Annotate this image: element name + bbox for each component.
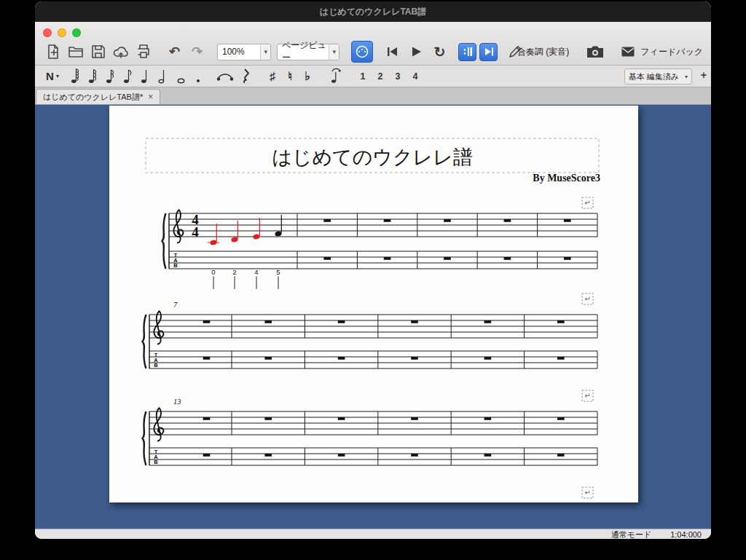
natural-button[interactable]: ♮ <box>281 67 299 86</box>
whole-rest[interactable] <box>504 219 511 222</box>
document-tab[interactable]: はじめてのウクレレTAB譜* × <box>36 89 160 104</box>
whole-rest[interactable] <box>484 417 492 420</box>
whole-rest[interactable] <box>557 357 565 360</box>
note[interactable] <box>253 218 260 240</box>
print-button[interactable] <box>133 42 153 62</box>
midi-input-toggle[interactable] <box>351 41 373 63</box>
whole-rest[interactable] <box>338 454 345 457</box>
rewind-button[interactable] <box>382 42 401 62</box>
view-mode-select[interactable]: ページビュー ▾ <box>277 44 339 60</box>
add-workspace-button[interactable]: + <box>701 69 707 81</box>
system[interactable]: TAB7 <box>143 301 598 368</box>
whole-rest[interactable] <box>264 357 272 360</box>
whole-rest[interactable] <box>564 257 571 260</box>
whole-rest[interactable] <box>323 219 331 222</box>
whole-rest[interactable] <box>504 257 511 260</box>
whole-rest[interactable] <box>264 320 272 323</box>
zoom-dropdown-arrow[interactable]: ▾ <box>260 44 270 60</box>
whole-rest[interactable] <box>557 320 565 323</box>
whole-rest[interactable] <box>338 417 345 420</box>
open-file-button[interactable] <box>66 42 85 62</box>
whole-rest[interactable] <box>564 219 571 222</box>
flat-button[interactable]: ♭ <box>299 67 316 86</box>
whole-rest[interactable] <box>338 320 345 323</box>
section-break-markers[interactable]: ↵↵↵↵ <box>582 197 593 498</box>
tie-button[interactable] <box>216 67 235 86</box>
whole-rest[interactable] <box>203 417 211 420</box>
whole-rest[interactable] <box>384 219 391 222</box>
tab-fret-number[interactable]: 0 <box>211 268 215 276</box>
whole-rest[interactable] <box>384 257 391 260</box>
save-button[interactable] <box>88 42 108 62</box>
whole-rest[interactable] <box>411 454 418 457</box>
whole-rest[interactable] <box>444 219 451 222</box>
flip-direction-button[interactable] <box>328 67 345 86</box>
redo-button[interactable]: ↷ <box>187 42 207 62</box>
measure-number[interactable]: 13 <box>173 398 181 406</box>
whole-rest[interactable] <box>411 357 418 360</box>
section-break-marker[interactable]: ↵ <box>582 197 593 208</box>
whole-rest[interactable] <box>484 320 492 323</box>
view-dropdown-arrow[interactable]: ▾ <box>329 44 339 60</box>
fullscreen-button[interactable] <box>72 28 81 37</box>
save-online-button[interactable] <box>111 42 130 62</box>
title-frame[interactable]: はじめてのウクレレ譜 <box>146 138 599 173</box>
tab-fret-number[interactable]: 4 <box>254 268 258 276</box>
note-input-mode-button[interactable]: N ▾ <box>44 67 61 86</box>
workspace-select[interactable]: 基本 編集済み ▾ <box>624 68 692 84</box>
voice-1-button[interactable]: 1 <box>354 67 372 86</box>
score-byline[interactable]: By MuseScore3 <box>533 173 600 184</box>
whole-rest[interactable] <box>203 320 211 323</box>
note-half-button[interactable] <box>154 67 172 86</box>
sharp-button[interactable]: ♯ <box>264 67 281 86</box>
note-64th-button[interactable] <box>67 67 85 86</box>
whole-rest[interactable] <box>203 454 211 457</box>
feedback-button[interactable]: フィードバック <box>621 46 703 58</box>
system[interactable]: TAB440245 <box>162 210 598 289</box>
note-32nd-button[interactable] <box>85 67 102 86</box>
rest-button[interactable] <box>237 67 255 86</box>
note[interactable] <box>275 215 282 237</box>
whole-rest[interactable] <box>484 357 492 360</box>
score-title[interactable]: はじめてのウクレレ譜 <box>272 146 473 168</box>
whole-rest[interactable] <box>264 454 272 457</box>
score-svg[interactable]: はじめてのウクレレ譜 By MuseScore3 TAB440245TAB7TA… <box>109 106 638 502</box>
loop-playback-button[interactable]: ↻ <box>430 42 449 62</box>
new-score-button[interactable] <box>43 42 63 62</box>
whole-rest[interactable] <box>484 454 492 457</box>
note-eighth-button[interactable] <box>119 67 137 86</box>
whole-rest[interactable] <box>557 417 565 420</box>
whole-rest[interactable] <box>557 454 565 457</box>
close-button[interactable] <box>43 28 52 37</box>
note-16th-button[interactable] <box>102 67 119 86</box>
section-break-marker[interactable]: ↵ <box>582 390 593 401</box>
measure-number[interactable]: 7 <box>173 301 178 309</box>
whole-rest[interactable] <box>203 357 211 360</box>
section-break-marker[interactable]: ↵ <box>582 293 593 304</box>
zoom-select[interactable]: 100% ▾ <box>217 44 271 60</box>
voice-4-button[interactable]: 4 <box>407 67 424 86</box>
play-button[interactable] <box>406 42 425 62</box>
voice-2-button[interactable]: 2 <box>372 67 389 86</box>
augmentation-dot-button[interactable] <box>189 67 207 86</box>
tab-fret-number[interactable]: 2 <box>232 268 236 276</box>
play-repeats-toggle[interactable] <box>458 43 476 61</box>
whole-rest[interactable] <box>444 257 451 260</box>
minimize-button[interactable] <box>58 28 66 37</box>
whole-rest[interactable] <box>323 257 331 260</box>
note-quarter-button[interactable] <box>137 67 154 86</box>
whole-rest[interactable] <box>338 357 345 360</box>
tab-fret-number[interactable]: 5 <box>276 268 280 276</box>
whole-rest[interactable] <box>411 417 418 420</box>
pan-score-toggle[interactable] <box>479 43 498 61</box>
image-capture-button[interactable] <box>585 42 605 62</box>
system[interactable]: TAB13 <box>143 398 598 465</box>
undo-button[interactable]: ↶ <box>165 42 184 62</box>
concert-pitch-toggle[interactable]: 合奏調 (実音) <box>517 46 569 58</box>
note[interactable] <box>231 221 238 242</box>
score-page[interactable]: はじめてのウクレレ譜 By MuseScore3 TAB440245TAB7TA… <box>109 106 638 502</box>
whole-rest[interactable] <box>411 320 418 323</box>
voice-3-button[interactable]: 3 <box>389 67 407 86</box>
score-canvas[interactable]: はじめてのウクレレ譜 By MuseScore3 TAB440245TAB7TA… <box>35 105 711 529</box>
note[interactable] <box>208 224 219 245</box>
